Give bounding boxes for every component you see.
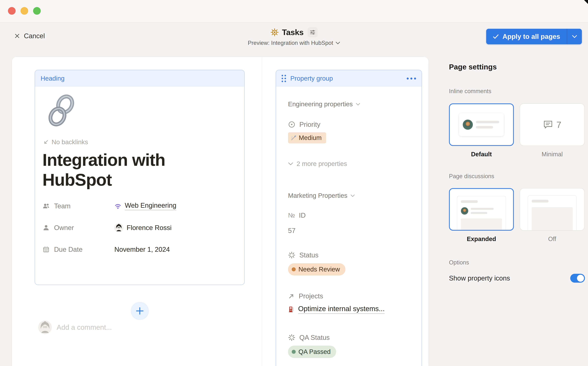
apply-label: Apply to all pages: [502, 33, 560, 40]
toolbar-center: Tasks Preview: Integration with HubSpot: [248, 27, 340, 46]
projects-label: Projects: [299, 292, 323, 300]
inline-comments-label: Inline comments: [449, 88, 585, 94]
cancel-label: Cancel: [24, 32, 45, 40]
toggle-knob: [577, 275, 584, 282]
status-value-pill[interactable]: Needs Review: [288, 263, 345, 275]
owner-value[interactable]: Florence Rossi: [114, 223, 172, 232]
status-spinner-icon: [288, 334, 295, 341]
chevron-down-icon: [288, 162, 293, 165]
qa-status-label: QA Status: [299, 334, 330, 341]
page-discussions-label: Page discussions: [449, 173, 585, 180]
drag-handle-icon[interactable]: [282, 75, 286, 82]
backlinks-label: No backlinks: [52, 138, 88, 146]
status-value: Needs Review: [298, 266, 340, 273]
heading-block-header: Heading: [35, 70, 244, 87]
window-titlebar: [0, 0, 588, 23]
chevron-down-icon: [351, 194, 355, 197]
sidebar-title: Page settings: [449, 63, 585, 71]
close-window-button[interactable]: [8, 7, 16, 15]
apply-to-all-pages-button[interactable]: Apply to all pages: [486, 29, 567, 44]
avatar: [114, 223, 123, 232]
id-label: ID: [299, 212, 306, 219]
add-comment-row[interactable]: Add a comment...: [38, 320, 112, 334]
inline-comments-option-minimal[interactable]: 7: [520, 103, 585, 146]
minimize-window-button[interactable]: [21, 7, 28, 15]
qa-status-value: QA Passed: [298, 348, 331, 355]
qa-status-property: QA Status: [288, 334, 416, 341]
priority-label: Priority: [299, 121, 320, 128]
status-label: Status: [299, 251, 319, 259]
project-link-label: Optimize internal systems...: [298, 305, 385, 314]
number-icon: №: [288, 212, 295, 219]
page-title: Tasks: [282, 28, 304, 37]
plus-icon: [135, 307, 144, 315]
property-group-block[interactable]: Property group Engineering properties Pr…: [276, 70, 422, 366]
due-date-label: Due Date: [54, 246, 83, 253]
mini-page-preview: [528, 195, 577, 231]
column-divider: [262, 57, 262, 366]
option-label-off: Off: [520, 236, 585, 242]
comment-avatar: [38, 320, 52, 334]
owner-property-row: Owner Florence Rossi: [42, 220, 237, 235]
priority-property: Priority: [288, 121, 416, 128]
status-dot: [292, 267, 296, 271]
id-value: 57: [288, 227, 416, 235]
cursor-artifact: [584, 0, 588, 4]
team-value: Web Engineering: [125, 202, 176, 210]
due-date-property-row: Due Date November 1, 2024: [42, 242, 237, 257]
projects-property: Projects: [288, 292, 416, 300]
team-label: Team: [54, 202, 71, 210]
sewing-needle-icon: [291, 135, 297, 141]
show-property-icons-label: Show property icons: [449, 274, 510, 282]
chain-links-icon: [44, 93, 79, 128]
more-options-icon[interactable]: [407, 77, 416, 80]
cancel-button[interactable]: Cancel: [14, 32, 45, 40]
qa-status-dot: [292, 350, 296, 354]
project-link[interactable]: Optimize internal systems...: [288, 305, 416, 314]
team-property-row: Team Web Engineering: [42, 198, 237, 214]
more-properties-toggle[interactable]: 2 more properties: [288, 160, 416, 168]
wifi-icon: [114, 203, 121, 210]
id-property: № ID: [288, 212, 416, 219]
mini-page-preview: [457, 196, 506, 231]
property-group-header: Property group: [276, 70, 422, 87]
priority-value: Medium: [299, 134, 321, 141]
ship-wheel-icon: [270, 28, 279, 37]
zoom-window-button[interactable]: [33, 7, 41, 15]
add-comment-placeholder: Add a comment...: [57, 323, 112, 331]
team-value-link[interactable]: Web Engineering: [114, 202, 176, 210]
status-spinner-icon: [288, 252, 295, 259]
check-icon: [493, 34, 499, 39]
heading-block[interactable]: Heading No backlinks Integration: [35, 70, 245, 285]
due-date-value: November 1, 2024: [114, 246, 170, 253]
people-icon: [42, 202, 50, 210]
qa-status-value-pill[interactable]: QA Passed: [288, 346, 336, 358]
avatar: [463, 120, 473, 130]
marketing-properties-section[interactable]: Marketing Properties: [288, 192, 416, 199]
show-property-icons-toggle[interactable]: [570, 274, 585, 283]
preview-selector[interactable]: Preview: Integration with HubSpot: [248, 40, 340, 46]
property-group-label: Property group: [290, 75, 333, 82]
chevron-down-icon: [572, 35, 577, 38]
page-discussions-option-off[interactable]: [520, 188, 585, 231]
engineering-properties-section[interactable]: Engineering properties: [288, 100, 416, 108]
person-icon: [42, 224, 50, 231]
close-icon: [14, 33, 20, 39]
traffic-lights: [8, 7, 41, 15]
toolbar: Cancel Tasks: [0, 23, 588, 57]
option-label-expanded: Expanded: [449, 236, 514, 242]
options-label: Options: [449, 259, 585, 266]
page-discussions-option-expanded[interactable]: [449, 188, 514, 231]
arrow-up-right-icon: [288, 293, 295, 299]
apply-dropdown-button[interactable]: [567, 29, 582, 44]
status-property: Status: [288, 251, 416, 259]
sliders-icon: [310, 29, 316, 35]
customize-button[interactable]: [308, 27, 318, 37]
section-title: Engineering properties: [288, 100, 353, 108]
priority-value-tag[interactable]: Medium: [288, 132, 326, 143]
add-block-button[interactable]: [131, 302, 149, 320]
backlinks-indicator: No backlinks: [43, 138, 237, 146]
inline-comments-option-default[interactable]: [449, 103, 514, 146]
option-label-minimal: Minimal: [520, 151, 585, 158]
chevron-down-icon: [336, 42, 340, 44]
